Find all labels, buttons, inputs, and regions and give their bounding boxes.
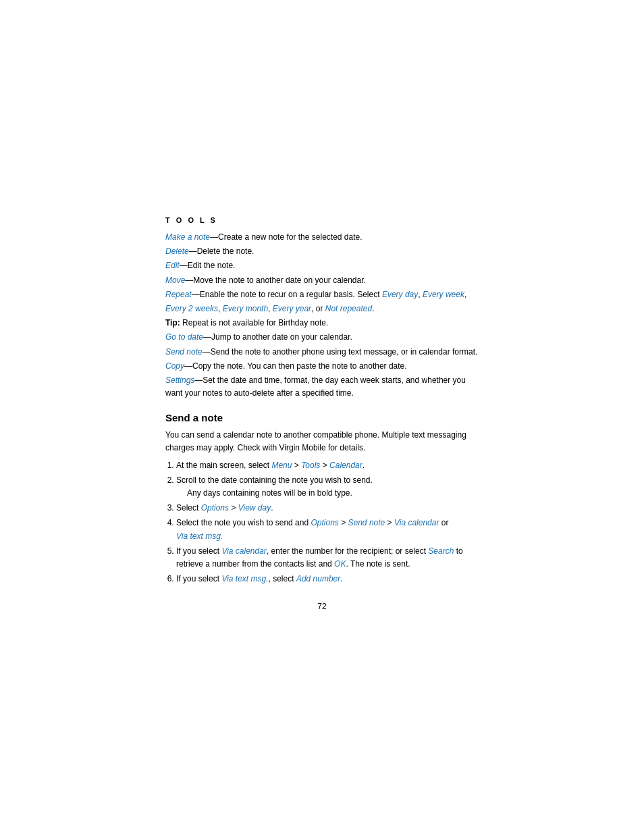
via-calendar-link-2[interactable]: Via calendar xyxy=(221,546,267,556)
go-to-date-link[interactable]: Go to date xyxy=(165,332,203,342)
edit-item: Edit—Edit the note. xyxy=(165,259,479,272)
send-a-note-section: Send a note You can send a calendar note… xyxy=(165,412,479,585)
settings-item: Settings—Set the date and time, format, … xyxy=(165,374,479,400)
view-day-link[interactable]: View day xyxy=(238,503,271,513)
every-day-link[interactable]: Every day xyxy=(382,290,418,299)
send-note-intro: You can send a calendar note to another … xyxy=(165,429,479,454)
tools-list: Make a note—Create a new note for the se… xyxy=(165,231,479,400)
via-text-msg-link-2[interactable]: Via text msg. xyxy=(221,574,268,583)
not-repeated-link[interactable]: Not repeated xyxy=(325,304,372,313)
copy-link[interactable]: Copy xyxy=(165,361,184,371)
send-note-item: Send note—Send the note to another phone… xyxy=(165,346,479,359)
search-link[interactable]: Search xyxy=(428,546,454,556)
go-to-date-item: Go to date—Jump to another date on your … xyxy=(165,331,479,344)
step-6: If you select Via text msg., select Add … xyxy=(176,573,479,585)
repeat-item: Repeat—Enable the note to recur on a reg… xyxy=(165,288,479,301)
repeat-item-cont: Every 2 weeks, Every month, Every year, … xyxy=(165,303,479,315)
page-number: 72 xyxy=(165,602,479,611)
menu-link[interactable]: Menu xyxy=(271,461,292,470)
move-item: Move—Move the note to another date on yo… xyxy=(165,274,479,287)
send-a-note-heading: Send a note xyxy=(165,412,479,423)
calendar-link[interactable]: Calendar xyxy=(329,461,363,470)
tip-label: Tip: xyxy=(165,318,180,328)
move-link[interactable]: Move xyxy=(165,276,185,285)
every-week-link[interactable]: Every week xyxy=(423,290,464,299)
ok-link[interactable]: OK xyxy=(334,559,346,569)
step-2: Scroll to the date containing the note y… xyxy=(176,474,479,500)
delete-item: Delete—Delete the note. xyxy=(165,245,479,258)
step-1: At the main screen, select Menu > Tools … xyxy=(176,459,479,472)
step-4: Select the note you wish to send and Opt… xyxy=(176,517,479,542)
tools-section: T o o l s Make a note—Create a new note … xyxy=(165,216,479,400)
options-link-1[interactable]: Options xyxy=(201,503,229,513)
repeat-link[interactable]: Repeat xyxy=(165,290,192,299)
send-note-link-2[interactable]: Send note xyxy=(348,518,385,527)
options-link-2[interactable]: Options xyxy=(311,518,338,527)
tools-link[interactable]: Tools xyxy=(301,461,320,470)
send-note-link[interactable]: Send note xyxy=(165,347,203,357)
every-year-link[interactable]: Every year xyxy=(273,304,311,313)
page-content: T o o l s Make a note—Create a new note … xyxy=(0,0,644,834)
settings-link[interactable]: Settings xyxy=(165,375,194,385)
step-3: Select Options > View day. xyxy=(176,502,479,515)
make-a-note-item: Make a note—Create a new note for the se… xyxy=(165,231,479,244)
step-5: If you select Via calendar, enter the nu… xyxy=(176,545,479,571)
delete-link[interactable]: Delete xyxy=(165,246,189,256)
copy-item: Copy—Copy the note. You can then paste t… xyxy=(165,360,479,373)
tip-item: Tip: Repeat is not available for Birthda… xyxy=(165,317,479,330)
via-text-msg-link-1[interactable]: Via text msg. xyxy=(176,531,223,541)
every-2-weeks-link[interactable]: Every 2 weeks xyxy=(165,304,218,313)
edit-link[interactable]: Edit xyxy=(165,261,180,270)
step-2-sub: Any days containing notes will be in bol… xyxy=(187,487,479,500)
every-month-link[interactable]: Every month xyxy=(223,304,268,313)
via-calendar-link-1[interactable]: Via calendar xyxy=(394,518,439,527)
add-number-link[interactable]: Add number xyxy=(296,574,340,583)
send-note-steps: At the main screen, select Menu > Tools … xyxy=(176,459,479,586)
make-a-note-link[interactable]: Make a note xyxy=(165,232,210,242)
tools-heading: T o o l s xyxy=(165,216,479,224)
